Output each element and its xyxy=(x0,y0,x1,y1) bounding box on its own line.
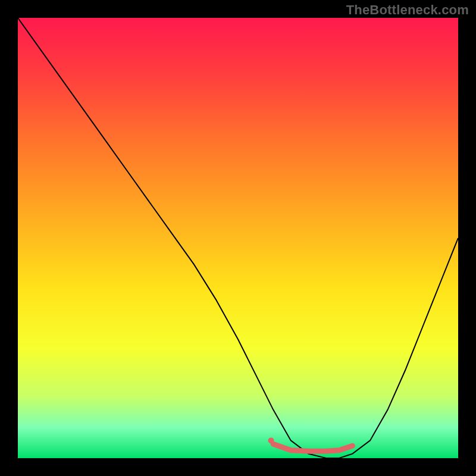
gradient-background xyxy=(18,18,458,458)
chart-frame: TheBottleneck.com xyxy=(0,0,476,476)
attribution-text: TheBottleneck.com xyxy=(346,2,469,18)
optimal-start-dot xyxy=(268,437,274,443)
marker-group xyxy=(268,437,274,443)
chart-svg xyxy=(18,18,458,458)
chart-plot-area xyxy=(18,18,458,458)
